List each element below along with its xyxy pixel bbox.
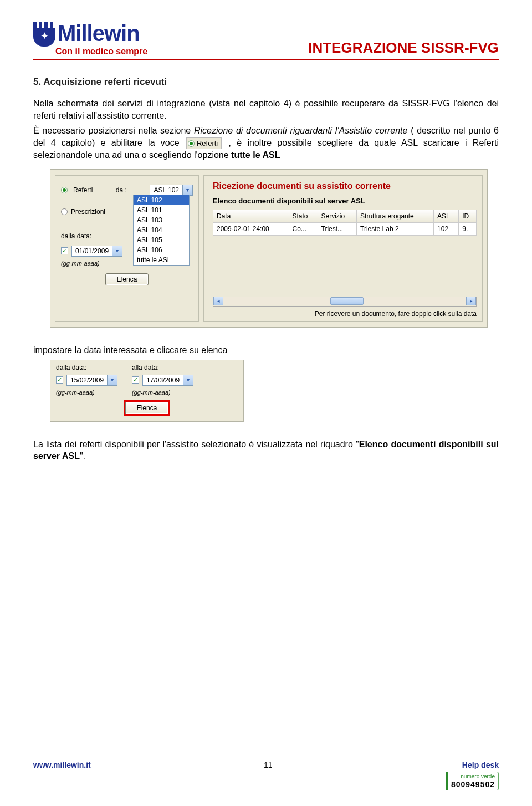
list-item[interactable]: ASL 103 [134,215,189,225]
ricezione-panel: Referti da : ASL 102 ASL 102 ASL 101 ASL… [50,169,488,328]
numero-verde-badge: numero verde 800949502 [446,772,499,790]
date-to-value: 17/03/2009 [143,376,183,384]
documents-group: Ricezione documenti su assistito corrent… [203,175,483,322]
list-item[interactable]: ASL 105 [134,235,189,245]
inline-radio-referti: Referti [186,137,222,150]
inline-radio-label: Referti [197,139,218,149]
col-id[interactable]: ID [459,210,477,222]
col-struttura[interactable]: Struttura erogante [357,210,434,222]
date-cols: dalla data: 15/02/2009 (gg-mm-aaaa) alla… [56,364,238,396]
cell: 2009-02-01 24:00 [213,222,289,235]
paragraph-3: La lista dei referti disponibili per l'a… [33,438,499,462]
date1-value: 01/01/2009 [72,247,112,255]
elenca-highlight: Elenca [124,400,171,416]
radio-prescrizioni-label: Prescrizioni [71,208,105,216]
date-to-hint: (gg-mm-aaaa) [132,389,193,396]
table-hint: Per ricevere un documento, fare doppio c… [213,310,477,318]
section-title: 5. Acquisizione referti ricevuti [33,76,499,88]
chevron-down-icon[interactable] [112,246,122,256]
panel-title: Ricezione documenti su assistito corrent… [213,181,477,191]
col-data[interactable]: Data [213,210,289,222]
horizontal-scrollbar[interactable]: ◂ ▸ [213,297,477,307]
scroll-thumb[interactable] [330,297,364,305]
col-dalla: dalla data: 15/02/2009 (gg-mm-aaaa) [56,364,117,396]
asl-listbox-wrap: ASL 102 ASL 101 ASL 103 ASL 104 ASL 105 … [133,195,190,266]
radio-selected-icon[interactable] [61,187,68,193]
dalla-label: dalla data: [56,364,117,371]
paragraph-1: Nella schermata dei servizi di integrazi… [33,98,499,121]
paragraph-2: È necessario posizionarsi nella sezione … [33,125,499,161]
date-from-combo[interactable]: 15/02/2009 [66,375,117,386]
date-from-hint: (gg-mm-aaaa) [56,389,117,396]
scroll-track[interactable] [223,297,466,305]
cell: Triest... [318,222,357,235]
documents-table: Data Stato Servizio Struttura erogante A… [213,210,477,236]
checkbox-icon[interactable] [56,376,63,384]
helpdesk-label: Help desk [446,761,499,769]
chevron-down-icon[interactable] [107,375,117,385]
asl-combo[interactable]: ASL 102 [150,185,193,196]
right-subtitle: Elenco documenti disponibili sul server … [213,197,477,205]
da-label: da : [116,186,127,194]
logo-text: Millewin [58,22,140,44]
p3-b: ". [80,451,85,461]
p3-a: La lista dei referti disponibili per l'a… [33,440,359,449]
numero-verde-label: numero verde [451,773,495,780]
alla-label: alla data: [132,364,193,371]
date1-hint: (gg-mm-aaaa) [61,260,122,267]
page-number: 11 [264,761,273,769]
col-alla: alla data: 17/03/2009 (gg-mm-aaaa) [132,364,193,396]
date1-col: 01/01/2009 (gg-mm-aaaa) [61,242,122,267]
elenca-button[interactable]: Elenca [125,402,169,414]
cell: Trieste Lab 2 [357,222,434,235]
list-item[interactable]: ASL 101 [134,205,189,215]
p2-bold: tutte le ASL [231,150,280,160]
date1-combo[interactable]: 01/01/2009 [71,246,122,257]
numero-verde-value: 800949502 [451,780,495,789]
cell: 9. [459,222,477,235]
col-asl[interactable]: ASL [434,210,459,222]
cell: 102 [434,222,459,235]
document-page: Millewin Con il medico sempre INTEGRAZIO… [0,0,532,806]
radio-unselected-icon[interactable] [61,208,68,215]
elenca-button[interactable]: Elenca [105,273,149,285]
cell: Co... [289,222,318,235]
list-item[interactable]: tutte le ASL [134,255,189,265]
radio-selected-icon [188,140,195,147]
radio-referti-label: Referti [73,186,93,194]
shield-icon [33,22,55,47]
date-to-combo[interactable]: 17/03/2009 [142,375,193,386]
filters-group: Referti da : ASL 102 ASL 102 ASL 101 ASL… [55,175,199,322]
list-item[interactable]: ASL 102 [134,195,189,205]
scroll-right-icon[interactable]: ▸ [466,297,476,305]
date-from-value: 15/02/2009 [67,376,107,384]
p2-a: È necessario posizionarsi nella sezione [33,126,194,135]
footer-rule [33,757,499,757]
asl-combo-value: ASL 102 [150,186,182,194]
checkbox-icon[interactable] [132,376,139,384]
chevron-down-icon[interactable] [183,375,193,385]
header-title: INTEGRAZIONE SISSR-FVG [308,39,499,57]
col-stato[interactable]: Stato [289,210,318,222]
asl-listbox[interactable]: ASL 102 ASL 101 ASL 103 ASL 104 ASL 105 … [133,195,190,266]
page-header: Millewin Con il medico sempre INTEGRAZIO… [33,22,499,60]
footer-url: www.millewin.it [33,761,91,769]
referti-row: Referti da : ASL 102 [61,185,193,196]
header-rule [33,59,499,60]
page-footer: www.millewin.it 11 Help desk numero verd… [33,752,499,790]
mid-text: impostare la data interessata e cliccare… [33,344,499,356]
table-row[interactable]: 2009-02-01 24:00 Co... Triest... Trieste… [213,222,477,235]
chevron-down-icon[interactable] [182,185,192,195]
list-item[interactable]: ASL 106 [134,245,189,255]
checkbox-icon[interactable] [61,247,68,254]
tagline: Con il medico sempre [55,47,147,57]
p2-italic: Ricezione di documenti riguardanti l'Ass… [194,126,407,135]
list-item[interactable]: ASL 104 [134,225,189,235]
col-servizio[interactable]: Servizio [318,210,357,222]
table-header-row: Data Stato Servizio Struttura erogante A… [213,210,477,222]
date-panel: dalla data: 15/02/2009 (gg-mm-aaaa) alla… [50,360,244,422]
scroll-left-icon[interactable]: ◂ [213,297,223,305]
